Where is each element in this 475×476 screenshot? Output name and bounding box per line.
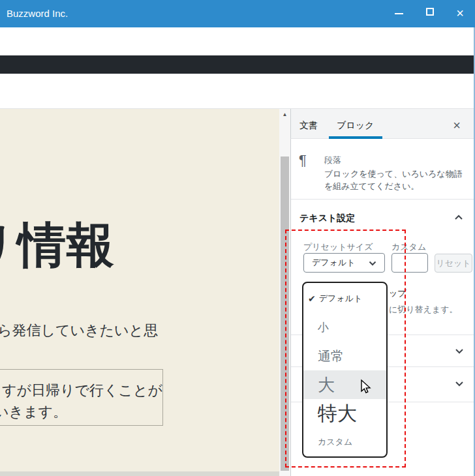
browser-toolbar: ☆ bbox=[0, 27, 475, 55]
tab-block[interactable]: ブロック bbox=[337, 120, 374, 132]
minimize-icon[interactable] bbox=[395, 13, 403, 14]
window-bottom-edge bbox=[0, 471, 279, 476]
wp-admin-bar: こんにちは、buzz さん bbox=[0, 55, 475, 74]
block-description: ブロックを使って、いろいろな物語 を組み立ててください。 bbox=[324, 168, 463, 192]
chevron-up-icon[interactable] bbox=[454, 214, 463, 220]
block-name: 段落 bbox=[324, 155, 341, 166]
block-description-line1: ブロックを使って、いろいろな物語 bbox=[324, 168, 463, 180]
mouse-cursor-icon bbox=[359, 379, 373, 394]
text-settings-panel-title[interactable]: テキスト設定 bbox=[299, 213, 355, 224]
scrollbar-up-arrow-icon[interactable]: ▲ bbox=[279, 109, 290, 120]
maximize-icon[interactable] bbox=[426, 8, 434, 16]
paragraph-block-icon: ¶ bbox=[299, 152, 307, 169]
quote-line-2: いきます。 bbox=[0, 401, 162, 423]
window-titlebar: Buzzword Inc. × bbox=[0, 0, 475, 27]
reset-button[interactable]: リセット bbox=[435, 254, 472, 273]
post-title-heading[interactable]: リ情報 bbox=[0, 213, 115, 278]
bordered-paragraph-block[interactable]: すが日帰りで行くことが いきます。 bbox=[0, 369, 163, 426]
sidebar-tabs-strip bbox=[290, 109, 475, 139]
block-description-line2: を組み立ててください。 bbox=[324, 180, 463, 192]
window-title: Buzzword Inc. bbox=[7, 8, 68, 19]
tab-document[interactable]: 文書 bbox=[299, 120, 318, 132]
sidebar-close-icon[interactable]: × bbox=[450, 118, 463, 133]
post-canvas: リ情報 ら発信していきたいと思 すが日帰りで行くことが いきます。 bbox=[0, 109, 279, 476]
editor-header: 下書き保存 プレビュー 公開 ⚙ bbox=[0, 74, 475, 109]
quote-line-1: すが日帰りで行くことが bbox=[2, 379, 162, 401]
collapsed-panel-chevron-down-icon[interactable] bbox=[455, 381, 464, 387]
post-paragraph[interactable]: ら発信していきたいと思 bbox=[0, 321, 158, 340]
annotation-red-dashed-rectangle bbox=[285, 230, 406, 468]
collapsed-panel-chevron-down-icon[interactable] bbox=[455, 348, 464, 355]
window-close-icon[interactable]: × bbox=[454, 5, 466, 21]
app-window: Buzzword Inc. × ☆ こんにちは、buzz さん bbox=[0, 0, 475, 476]
active-tab-underline bbox=[329, 136, 382, 139]
sidebar-divider bbox=[291, 199, 475, 200]
